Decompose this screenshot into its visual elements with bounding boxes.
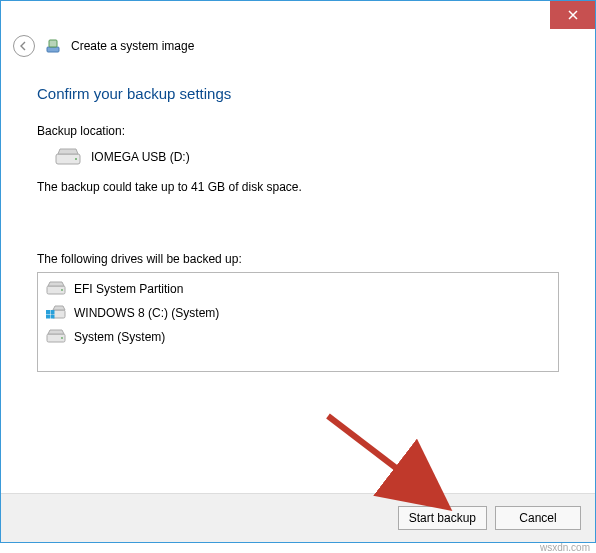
svg-point-5	[61, 289, 63, 291]
svg-point-12	[61, 337, 63, 339]
svg-rect-7	[46, 310, 50, 314]
watermark: wsxdn.com	[540, 542, 590, 553]
svg-rect-1	[49, 40, 57, 47]
drive-icon	[46, 281, 66, 297]
drive-label: EFI System Partition	[74, 282, 183, 296]
svg-rect-10	[51, 315, 55, 319]
close-button[interactable]	[550, 1, 595, 29]
svg-rect-0	[47, 47, 59, 52]
drive-label: WINDOWS 8 (C:) (System)	[74, 306, 219, 320]
list-item: EFI System Partition	[44, 277, 552, 301]
close-icon	[568, 7, 578, 23]
content-area: Confirm your backup settings Backup loca…	[1, 67, 595, 493]
drive-icon	[46, 329, 66, 345]
drive-icon	[55, 148, 81, 166]
backup-location-name: IOMEGA USB (D:)	[91, 150, 190, 164]
system-image-icon	[45, 38, 61, 54]
cancel-button[interactable]: Cancel	[495, 506, 581, 530]
backup-location-label: Backup location:	[37, 124, 559, 138]
start-backup-button[interactable]: Start backup	[398, 506, 487, 530]
back-arrow-icon	[18, 40, 30, 52]
list-item: System (System)	[44, 325, 552, 349]
button-bar: Start backup Cancel	[1, 493, 595, 542]
svg-rect-8	[51, 310, 55, 314]
page-heading: Confirm your backup settings	[37, 85, 559, 102]
titlebar	[1, 1, 595, 29]
window-frame: Create a system image Confirm your backu…	[0, 0, 596, 543]
header-row: Create a system image	[1, 29, 595, 67]
drives-section-label: The following drives will be backed up:	[37, 252, 559, 266]
windows-drive-icon	[46, 305, 66, 321]
window-title: Create a system image	[71, 39, 194, 53]
svg-point-3	[75, 158, 77, 160]
drive-label: System (System)	[74, 330, 165, 344]
svg-rect-9	[46, 315, 50, 319]
backup-location-row: IOMEGA USB (D:)	[37, 148, 559, 166]
back-button[interactable]	[13, 35, 35, 57]
size-note: The backup could take up to 41 GB of dis…	[37, 180, 559, 194]
list-item: WINDOWS 8 (C:) (System)	[44, 301, 552, 325]
drives-list: EFI System Partition WINDOWS 8 (C:) (Sys…	[37, 272, 559, 372]
